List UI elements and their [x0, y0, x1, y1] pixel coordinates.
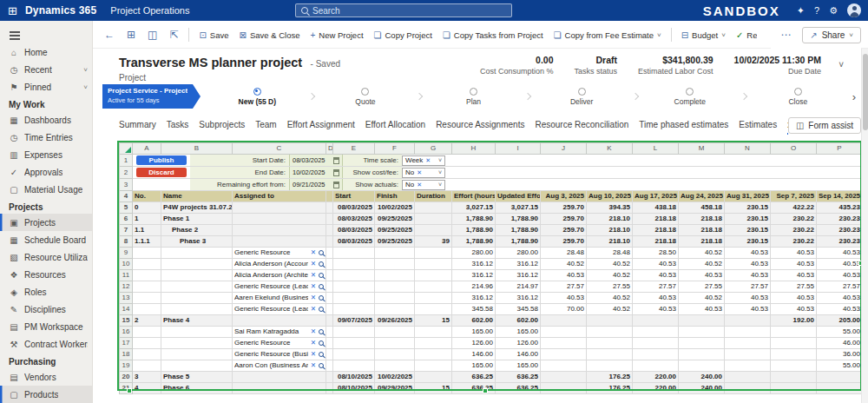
sidebar-item-products[interactable]: ▢Products [0, 386, 92, 403]
cell-start[interactable]: 08/10/2025 [333, 383, 375, 394]
command-save-close[interactable]: ⊠Save & Close [236, 28, 304, 43]
cell-start[interactable]: 08/03/2025 [333, 202, 375, 214]
sidebar-item-home[interactable]: ⌂Home [0, 43, 92, 61]
cell-effort-hours[interactable]: 316.12 [452, 293, 496, 304]
cell-finish[interactable] [375, 270, 415, 281]
cell-no[interactable]: 1 [133, 214, 161, 225]
clear-icon[interactable]: ✕ [311, 270, 316, 281]
calendar-icon[interactable] [333, 157, 339, 164]
cell-duration[interactable] [415, 270, 452, 281]
cell-week-5[interactable]: 230.22 [771, 214, 817, 225]
date-field-start-date[interactable]: 08/03/2025 [289, 155, 343, 166]
cell-week-6[interactable]: 40.53 [817, 248, 863, 259]
cell-week-4[interactable] [725, 372, 771, 383]
cell-updated-effort[interactable]: 1,788.90 [496, 225, 541, 236]
cell-finish[interactable]: 10/02/2025 [375, 202, 415, 214]
cell-week-6[interactable]: 230.23 [817, 225, 863, 236]
cell-assigned-to[interactable]: Generic Resource (Lead✕ [233, 304, 326, 315]
clear-icon[interactable]: ✕ [311, 327, 316, 337]
tab-estimates[interactable]: Estimates [739, 115, 777, 135]
sidebar-item-time-entries[interactable]: ◷Time Entries [0, 129, 92, 146]
cell-duration[interactable]: 15 [415, 383, 452, 394]
cell-week-6[interactable]: 55.00 [817, 327, 863, 338]
sidebar-item-roles[interactable]: ◈Roles [0, 283, 92, 301]
cell-week-3[interactable]: 27.55 [679, 281, 725, 293]
cell-assigned-to[interactable]: Alicia Anderson (Architect 4)✕ [233, 270, 326, 281]
cell-no[interactable] [133, 360, 161, 372]
bpf-stage-close[interactable]: Close [747, 88, 849, 106]
cell-week-1[interactable]: 40.52 [587, 259, 633, 270]
bpf-stage-deliver[interactable]: Deliver [531, 88, 633, 106]
command-budget[interactable]: ⊟Budget˅ [678, 28, 729, 43]
cell-week-2[interactable] [633, 338, 679, 349]
cell-no[interactable]: 2 [133, 315, 161, 327]
cell-week-2[interactable] [633, 360, 679, 372]
cell-week-1[interactable]: 394.35 [587, 202, 633, 214]
column-header-j[interactable]: J [541, 143, 587, 155]
global-search-input[interactable]: Search [295, 3, 512, 17]
cell-week-5[interactable]: 40.53 [771, 248, 817, 259]
cell-no[interactable]: 1.1.1 [133, 236, 161, 248]
cell-name[interactable]: P4W projects 31.07.2025 [161, 202, 233, 214]
option-field-show-cost-fee[interactable]: No✕˅ [402, 168, 445, 178]
search-icon[interactable] [319, 307, 324, 312]
row-header[interactable]: 1 [120, 155, 133, 167]
bpf-stage-quote[interactable]: Quote [315, 88, 417, 106]
cell-updated-effort[interactable]: 3,027.15 [496, 202, 541, 214]
cell-finish[interactable] [375, 349, 415, 360]
cell-week-3[interactable] [679, 360, 725, 372]
cell-no[interactable] [133, 338, 161, 349]
cell-updated-effort[interactable]: 316.12 [496, 259, 541, 270]
cell-updated-effort[interactable]: 316.12 [496, 293, 541, 304]
cell-start[interactable] [333, 304, 375, 315]
collapse-header-icon[interactable]: ˅ [838, 60, 844, 69]
cell-effort-hours[interactable]: 345.58 [452, 304, 496, 315]
cell-week-4[interactable]: 40.53 [725, 270, 771, 281]
cell-week-1[interactable] [587, 315, 633, 327]
cell-name[interactable] [161, 327, 233, 338]
settings-gear-icon[interactable]: ⚙ [829, 5, 838, 17]
cell-assigned-to[interactable]: Generic Resource (Business✕ [233, 349, 326, 360]
clear-icon[interactable]: ✕ [311, 338, 316, 348]
cell-week-0[interactable]: 259.70 [541, 236, 587, 248]
cell-updated-effort[interactable]: 280.00 [496, 248, 541, 259]
tab-team[interactable]: Team [255, 115, 276, 135]
sidebar-item-contract-workers[interactable]: ⚒Contract Workers [0, 335, 92, 353]
back-icon[interactable]: ← [100, 27, 119, 43]
selection-handle[interactable] [127, 388, 132, 393]
chevron-down-icon[interactable]: ˅ [438, 180, 442, 190]
command-release[interactable]: ✓Release [733, 28, 757, 43]
clear-icon[interactable]: ✕ [425, 155, 431, 166]
cell-week-3[interactable] [679, 349, 725, 360]
cell-week-6[interactable]: 36.00 [817, 349, 863, 360]
brand-title[interactable]: Dynamics 365 [25, 4, 96, 17]
clear-icon[interactable]: ✕ [417, 168, 422, 178]
cell-week-4[interactable]: 27.57 [725, 281, 771, 293]
cell-no[interactable]: 0 [133, 202, 161, 214]
tab-time-phased-estimates[interactable]: Time phased estimates [639, 115, 728, 135]
cell-effort-hours[interactable]: 636.25 [452, 372, 496, 383]
cell-week-4[interactable]: 40.53 [725, 293, 771, 304]
sidebar-item-recent[interactable]: ◷Recent˅ [0, 61, 92, 78]
column-header-m[interactable]: M [679, 143, 725, 155]
cell-week-3[interactable]: 40.53 [679, 304, 725, 315]
cell-finish[interactable] [375, 248, 415, 259]
cell-duration[interactable] [415, 360, 452, 372]
clear-icon[interactable]: ✕ [311, 259, 316, 269]
cell-start[interactable]: 08/03/2025 [333, 214, 375, 225]
column-header-d[interactable]: D [326, 143, 333, 155]
cell-week-4[interactable]: 230.15 [725, 225, 771, 236]
cell-week-6[interactable]: 205.00 [817, 315, 863, 327]
cell-effort-hours[interactable]: 1,788.90 [452, 214, 496, 225]
cell-week-0[interactable]: 259.70 [541, 202, 587, 214]
cell-week-4[interactable] [725, 338, 771, 349]
cell-week-1[interactable] [587, 327, 633, 338]
cell-assigned-to[interactable] [233, 202, 326, 214]
cell-week-5[interactable]: 230.22 [771, 236, 817, 248]
cell-week-3[interactable]: 40.53 [679, 270, 725, 281]
cell-finish[interactable] [375, 293, 415, 304]
row-header[interactable]: 11 [120, 270, 133, 281]
cell-updated-effort[interactable]: 165.00 [496, 360, 541, 372]
cell-name[interactable]: Phase 3 [161, 236, 233, 248]
cell-assigned-to[interactable] [233, 315, 326, 327]
